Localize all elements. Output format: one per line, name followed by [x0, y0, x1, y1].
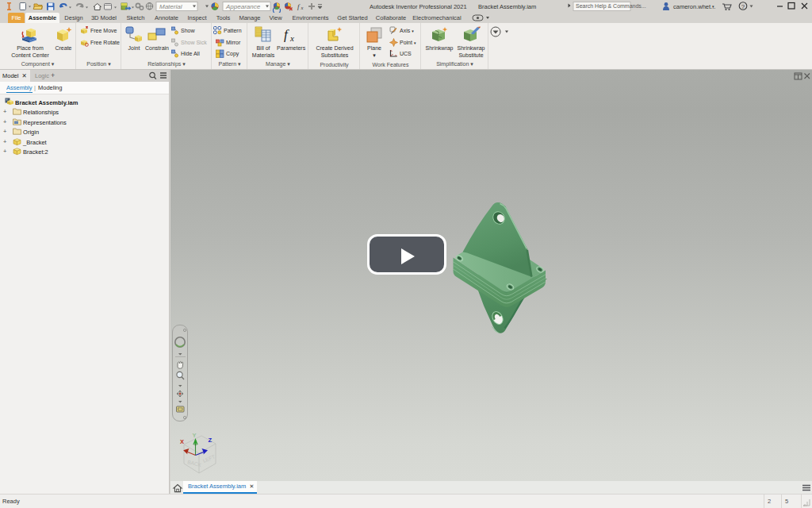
svg-text:Material: Material [159, 3, 182, 10]
svg-text:Y: Y [193, 432, 197, 439]
svg-text:X: X [180, 438, 184, 445]
svg-text:BACK: BACK [187, 459, 203, 468]
svg-text:x: x [301, 5, 304, 10]
svg-text:LEFT: LEFT [202, 453, 216, 463]
svg-text:?: ? [741, 3, 745, 10]
svg-text:Z: Z [209, 437, 213, 444]
svg-text:f: f [284, 27, 289, 42]
svg-text:x: x [289, 33, 294, 43]
svg-text:f: f [297, 2, 301, 10]
svg-text:Appearance: Appearance [225, 3, 261, 10]
